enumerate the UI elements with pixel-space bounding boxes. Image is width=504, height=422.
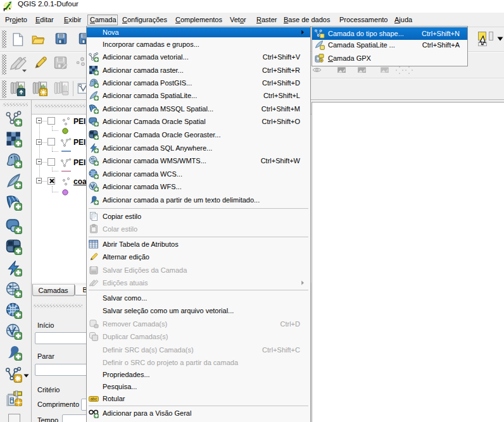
svg-text:abc: abc [91, 397, 98, 401]
